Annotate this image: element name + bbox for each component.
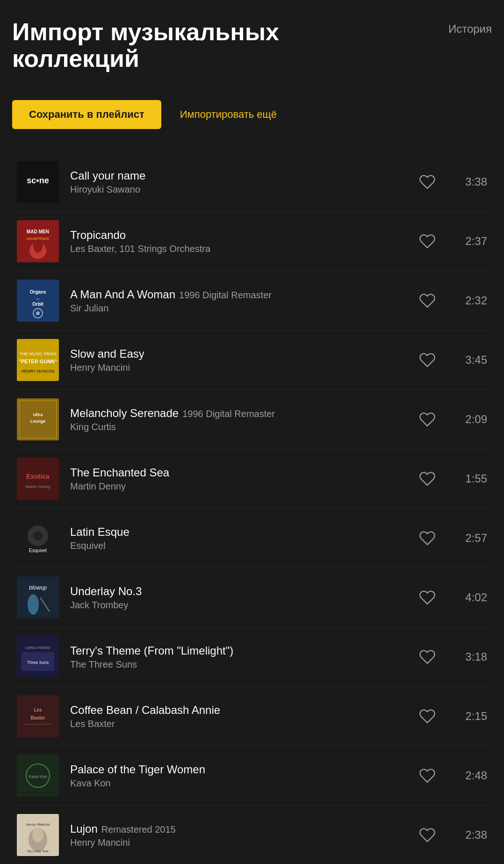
track-info: Melancholy Serenade1996 Digital Remaster…: [70, 407, 408, 432]
svg-text:Organs: Organs: [29, 289, 46, 295]
track-duration: 3:18: [459, 650, 487, 663]
action-bar: Сохранить в плейлист Импортировать ещё: [12, 100, 492, 129]
track-name-text: Terry's Theme (From "Limelight"): [70, 644, 233, 657]
svg-text:Lounge: Lounge: [30, 419, 46, 424]
track-actions: 3:38: [419, 173, 487, 190]
track-actions: 2:15: [419, 708, 487, 725]
history-link[interactable]: История: [448, 19, 492, 36]
track-item[interactable]: Esquivel Latin Esque Esquivel 2:57: [12, 509, 492, 568]
track-info: Latin Esque Esquivel: [70, 526, 408, 551]
track-name-text: Underlay No.3: [70, 585, 142, 598]
track-name: A Man And A Woman1996 Digital Remaster: [70, 288, 408, 301]
like-button[interactable]: [419, 589, 436, 606]
track-artist: Henry Mancini: [70, 837, 408, 848]
svg-text:Esquivel: Esquivel: [29, 548, 47, 553]
track-duration: 2:15: [459, 710, 487, 723]
track-artist: The Three Suns: [70, 659, 408, 670]
track-name: Melancholy Serenade1996 Digital Remaster: [70, 407, 408, 420]
track-duration: 3:38: [459, 175, 487, 188]
svg-text:sc•ne: sc•ne: [27, 176, 49, 185]
track-item[interactable]: Ultra Lounge Melancholy Serenade1996 Dig…: [12, 390, 492, 449]
track-artwork: Esquivel: [17, 517, 59, 559]
track-actions: 2:37: [419, 233, 487, 250]
track-item[interactable]: Henry Mancini My Lucky Year LujonRemaste…: [12, 806, 492, 864]
track-info: The Enchanted Sea Martin Denny: [70, 466, 408, 492]
track-duration: 2:09: [459, 413, 487, 426]
svg-text:HENRY MANCINI: HENRY MANCINI: [21, 369, 55, 374]
like-button[interactable]: [419, 767, 436, 784]
like-button[interactable]: [419, 233, 436, 250]
track-info: LujonRemastered 2015 Henry Mancini: [70, 822, 408, 848]
svg-text:THE MUSIC FROM: THE MUSIC FROM: [20, 352, 57, 356]
track-name: Latin Esque: [70, 526, 408, 539]
like-button[interactable]: [419, 173, 436, 190]
track-name-text: Slow and Easy: [70, 347, 144, 360]
svg-text:Les: Les: [34, 707, 42, 713]
header: Импорт музыкальных коллекций История: [12, 19, 492, 72]
like-button[interactable]: [419, 352, 436, 368]
like-button[interactable]: [419, 827, 436, 843]
track-artwork: THE MUSIC FROM "PETER GUNN" HENRY MANCIN…: [17, 339, 59, 381]
track-name: Terry's Theme (From "Limelight"): [70, 644, 408, 657]
track-actions: 4:02: [419, 589, 487, 606]
track-name: Slow and Easy: [70, 347, 408, 360]
track-artist: Henry Mancini: [70, 362, 408, 373]
like-button[interactable]: [419, 648, 436, 665]
like-button[interactable]: [419, 530, 436, 547]
track-info: Slow and Easy Henry Mancini: [70, 347, 408, 373]
like-button[interactable]: [419, 292, 436, 309]
svg-point-26: [33, 531, 43, 540]
track-artist: Les Baxter: [70, 719, 408, 729]
track-artist: Jack Trombey: [70, 600, 408, 611]
like-button[interactable]: [419, 708, 436, 725]
track-name-text: Call your name: [70, 169, 145, 182]
track-duration: 2:32: [459, 294, 487, 307]
svg-text:Baxter: Baxter: [30, 715, 45, 720]
track-artist: Esquivel: [70, 540, 408, 551]
svg-point-6: [33, 239, 43, 252]
track-artwork: blowup: [17, 576, 59, 619]
track-artwork: LIVING STEREO Three Suns: [17, 636, 59, 678]
track-item[interactable]: blowup Underlay No.3 Jack Trombey 4:02: [12, 568, 492, 627]
track-item[interactable]: MAD MEN SOUNDTRACK Tropicando Les Baxter…: [12, 212, 492, 271]
svg-text:Henry Mancini: Henry Mancini: [26, 822, 50, 827]
track-name-text: Lujon: [70, 822, 98, 835]
track-name-text: Tropicando: [70, 229, 126, 241]
track-item[interactable]: sc•ne Call your name Hiroyuki Sawano 3:3…: [12, 152, 492, 212]
track-item[interactable]: Organs in Orbit A Man And A Woman1996 Di…: [12, 271, 492, 331]
track-artwork: Henry Mancini My Lucky Year: [17, 814, 59, 856]
track-item[interactable]: Kava Kon Palace of the Tiger Women Kava …: [12, 746, 492, 806]
like-button[interactable]: [419, 470, 436, 487]
track-artwork: Les Baxter: [17, 695, 59, 737]
track-info: Underlay No.3 Jack Trombey: [70, 585, 408, 611]
track-name-text: The Enchanted Sea: [70, 466, 169, 479]
track-name-text: Coffee Bean / Calabash Annie: [70, 704, 220, 716]
svg-text:"PETER GUNN": "PETER GUNN": [19, 359, 58, 364]
track-item[interactable]: Exotica Martin Denny The Enchanted Sea M…: [12, 449, 492, 509]
track-item[interactable]: LIVING STEREO Three Suns Terry's Theme (…: [12, 627, 492, 687]
track-info: Terry's Theme (From "Limelight") The Thr…: [70, 644, 408, 670]
svg-text:blowup: blowup: [29, 584, 47, 591]
track-name-text: Melancholy Serenade: [70, 407, 179, 419]
track-info: Call your name Hiroyuki Sawano: [70, 169, 408, 195]
track-actions: 2:38: [419, 827, 487, 843]
svg-point-30: [28, 594, 39, 615]
save-playlist-button[interactable]: Сохранить в плейлист: [12, 100, 161, 129]
track-item[interactable]: THE MUSIC FROM "PETER GUNN" HENRY MANCIN…: [12, 331, 492, 390]
like-button[interactable]: [419, 411, 436, 428]
svg-text:MAD MEN: MAD MEN: [27, 229, 49, 234]
track-duration: 2:37: [459, 235, 487, 248]
track-artist: Les Baxter, 101 Strings Orchestra: [70, 244, 408, 254]
svg-text:Martin Denny: Martin Denny: [25, 484, 50, 489]
track-item[interactable]: Les Baxter Coffee Bean / Calabash Annie …: [12, 687, 492, 746]
track-info: Coffee Bean / Calabash Annie Les Baxter: [70, 704, 408, 729]
track-name: Tropicando: [70, 229, 408, 242]
track-artwork: MAD MEN SOUNDTRACK: [17, 220, 59, 262]
page-title: Импорт музыкальных коллекций: [12, 19, 339, 72]
track-name: The Enchanted Sea: [70, 466, 408, 479]
track-artist: Kava Kon: [70, 778, 408, 789]
track-name: Palace of the Tiger Women: [70, 763, 408, 776]
remaster-tag: 1996 Digital Remaster: [182, 409, 275, 419]
import-more-button[interactable]: Импортировать ещё: [180, 108, 277, 121]
svg-text:LIVING STEREO: LIVING STEREO: [25, 646, 50, 649]
